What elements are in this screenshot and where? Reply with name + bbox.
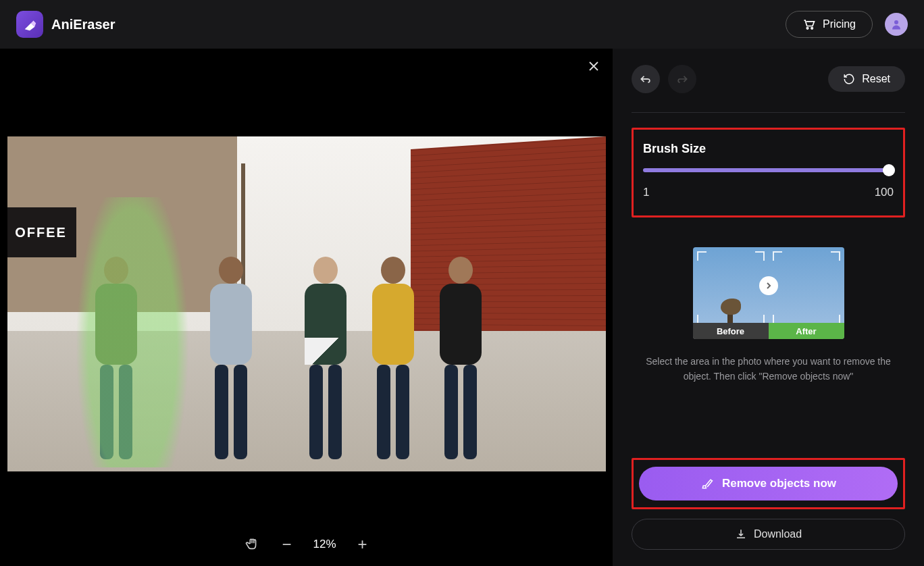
person-icon — [890, 18, 902, 30]
download-icon — [735, 528, 747, 540]
hand-icon — [245, 536, 260, 552]
before-after-preview: Before After — [693, 247, 844, 339]
undo-button[interactable] — [632, 65, 660, 93]
undo-redo-group — [632, 65, 696, 93]
editing-photo[interactable]: OFFEE — [7, 136, 606, 471]
brush-size-slider[interactable] — [643, 168, 894, 172]
svg-point-0 — [806, 28, 808, 30]
header-left: AniEraser — [16, 11, 116, 38]
brush-size-title: Brush Size — [643, 142, 894, 156]
main-layout: OFFEE − 12% + — [0, 49, 924, 566]
download-label: Download — [754, 528, 802, 540]
reset-label: Reset — [862, 73, 890, 85]
action-section: Remove objects now Download — [632, 458, 905, 550]
slider-labels: 1 100 — [643, 186, 894, 199]
download-button[interactable]: Download — [632, 519, 905, 550]
brush-min: 1 — [643, 186, 649, 199]
app-header: AniEraser Pricing — [0, 0, 924, 49]
remove-objects-button[interactable]: Remove objects now — [639, 467, 898, 500]
reset-button[interactable]: Reset — [828, 66, 905, 92]
before-label: Before — [693, 323, 769, 339]
close-button[interactable] — [588, 61, 599, 72]
right-sidebar: Reset Brush Size 1 100 — [613, 49, 924, 566]
redo-button[interactable] — [668, 65, 696, 93]
instructions-text: Select the area in the photo where you w… — [634, 354, 904, 384]
header-right: Pricing — [786, 11, 908, 38]
brush-icon — [700, 477, 714, 490]
remove-highlight-box: Remove objects now — [632, 458, 905, 509]
svg-point-1 — [811, 28, 813, 30]
coffee-sign: OFFEE — [7, 207, 76, 257]
person-2 — [210, 257, 252, 459]
pricing-button[interactable]: Pricing — [786, 11, 873, 38]
cart-icon — [802, 18, 816, 30]
zoom-toolbar: − 12% + — [0, 519, 613, 566]
close-icon — [588, 61, 599, 72]
svg-point-2 — [894, 20, 898, 24]
zoom-out-button[interactable]: − — [282, 535, 291, 554]
image-wrap: OFFEE — [0, 49, 613, 519]
person-3 — [305, 257, 346, 459]
eraser-icon — [22, 17, 37, 32]
pan-tool[interactable] — [245, 536, 260, 552]
pricing-label: Pricing — [823, 18, 856, 30]
sidebar-top: Reset — [632, 65, 905, 93]
zoom-percent: 12% — [313, 538, 336, 551]
after-label: After — [769, 323, 844, 339]
slider-thumb[interactable] — [883, 164, 895, 176]
arrow-right-icon — [759, 276, 778, 295]
remove-label: Remove objects now — [722, 477, 836, 490]
preview-block: Before After Select the area in the phot… — [632, 247, 905, 458]
person-4 — [372, 257, 414, 459]
redo-icon — [675, 74, 689, 84]
logo-icon — [16, 11, 43, 38]
zoom-in-button[interactable]: + — [358, 535, 367, 554]
brush-max: 100 — [875, 186, 894, 199]
person-1 — [95, 257, 137, 459]
undo-icon — [639, 74, 652, 84]
user-avatar[interactable] — [885, 13, 908, 36]
canvas-area: OFFEE − 12% + — [0, 49, 613, 566]
preview-labels: Before After — [693, 323, 844, 339]
app-name: AniEraser — [51, 17, 116, 32]
brush-size-section: Brush Size 1 100 — [632, 128, 905, 217]
reset-icon — [843, 73, 855, 85]
divider — [632, 112, 905, 113]
bird-icon — [715, 293, 745, 327]
person-5 — [440, 257, 482, 459]
